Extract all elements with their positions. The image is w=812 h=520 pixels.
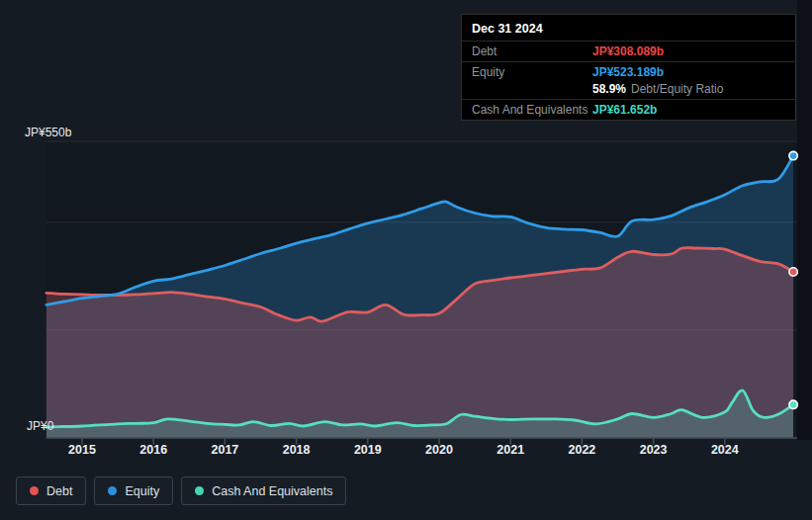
x-axis-label-2023: 2023 [632,443,676,457]
legend-cash-label: Cash And Equivalents [212,484,332,498]
chart-tooltip: Dec 31 2024 Debt JP¥308.089b Equity JP¥5… [461,14,796,121]
legend-equity-label: Equity [125,484,159,498]
legend-item-equity[interactable]: Equity [94,477,173,505]
x-axis-label-2021: 2021 [489,443,532,457]
tooltip-ratio-value: 58.9% [592,82,626,96]
tooltip-equity-value: JP¥523.189b [592,65,664,79]
y-axis-zero-label: JP¥0 [27,419,53,433]
y-axis-max-label: JP¥550b [25,126,71,139]
cash-series-dot-icon [195,486,204,495]
x-axis-label-2017: 2017 [203,443,246,457]
x-axis-label-2016: 2016 [132,443,175,457]
x-axis-label-2022: 2022 [560,443,603,457]
x-axis-label-2018: 2018 [275,443,318,457]
tooltip-debt-label: Debt [472,44,592,58]
tooltip-ratio-label: Debt/Equity Ratio [631,82,723,96]
tooltip-cash-value: JP¥61.652b [592,103,657,117]
debt-endpoint-dot [789,268,797,276]
debt-series-dot-icon [30,486,39,495]
x-axis-label-2024: 2024 [703,443,747,457]
legend-item-cash[interactable]: Cash And Equivalents [181,477,346,505]
debt-equity-history-page: JP¥550b JP¥0 201520162017201820192020202… [0,0,812,520]
x-axis-label-2019: 2019 [346,443,390,457]
legend-item-debt[interactable]: Debt [16,477,86,505]
tooltip-row-equity: Equity JP¥523.189b [462,61,795,82]
tooltip-row-cash: Cash And Equivalents JP¥61.652b [462,99,795,120]
tooltip-row-ratio: 58.9% Debt/Equity Ratio [462,82,795,99]
legend-debt-label: Debt [46,484,72,498]
tooltip-date: Dec 31 2024 [462,15,795,41]
cash-and-equivalents-endpoint-dot [789,400,797,408]
equity-series-dot-icon [108,486,117,495]
tooltip-debt-value: JP¥308.089b [592,44,664,58]
tooltip-row-debt: Debt JP¥308.089b [462,41,795,61]
chart-legend: Debt Equity Cash And Equivalents [16,477,346,505]
x-axis-label-2015: 2015 [60,443,104,457]
x-axis-label-2020: 2020 [417,443,461,457]
equity-endpoint-dot [789,151,797,159]
tooltip-cash-label: Cash And Equivalents [472,103,592,117]
tooltip-equity-label: Equity [472,65,592,79]
